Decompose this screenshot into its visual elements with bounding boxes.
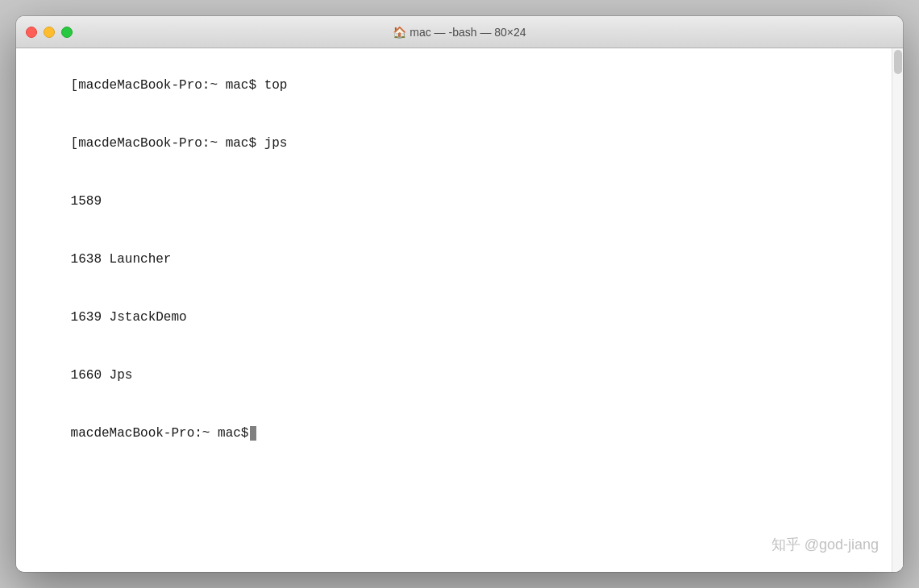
close-button[interactable] xyxy=(26,27,37,38)
cursor xyxy=(250,426,256,441)
title-bar: 🏠 mac — -bash — 80×24 xyxy=(16,16,903,48)
command-1: top xyxy=(256,78,287,93)
current-prompt: macdeMacBook-Pro:~ mac$ xyxy=(71,426,249,441)
terminal-line-2: [macdeMacBook-Pro:~ mac$ jps xyxy=(24,114,887,172)
maximize-button[interactable] xyxy=(61,27,73,38)
terminal-body[interactable]: [macdeMacBook-Pro:~ mac$ top [macdeMacBo… xyxy=(16,48,903,572)
scrollbar-thumb[interactable] xyxy=(894,50,902,74)
output-text-4: 1660 Jps xyxy=(71,368,133,383)
prompt-2: [macdeMacBook-Pro:~ mac$ xyxy=(71,136,256,151)
output-line-2: 1638 Launcher xyxy=(24,230,887,288)
output-text-1: 1589 xyxy=(71,194,102,209)
minimize-button[interactable] xyxy=(44,27,55,38)
traffic-lights xyxy=(26,27,73,38)
prompt-1: [macdeMacBook-Pro:~ mac$ xyxy=(71,78,256,93)
output-text-2: 1638 Launcher xyxy=(71,252,172,267)
terminal-line-current: macdeMacBook-Pro:~ mac$ xyxy=(24,404,887,462)
terminal-window: 🏠 mac — -bash — 80×24 [macdeMacBook-Pro:… xyxy=(16,16,903,572)
window-title: 🏠 mac — -bash — 80×24 xyxy=(393,26,526,39)
terminal-line-1: [macdeMacBook-Pro:~ mac$ top xyxy=(24,56,887,114)
output-text-3: 1639 JstackDemo xyxy=(71,310,187,325)
watermark-text: 知乎 @god-jiang xyxy=(771,536,879,553)
output-line-3: 1639 JstackDemo xyxy=(24,288,887,346)
title-text: 🏠 mac — -bash — 80×24 xyxy=(393,26,526,39)
output-line-4: 1660 Jps xyxy=(24,346,887,404)
output-line-1: 1589 xyxy=(24,172,887,230)
watermark: 知乎 @god-jiang xyxy=(771,534,879,556)
scrollbar-right[interactable] xyxy=(892,48,903,572)
command-2: jps xyxy=(256,136,287,151)
